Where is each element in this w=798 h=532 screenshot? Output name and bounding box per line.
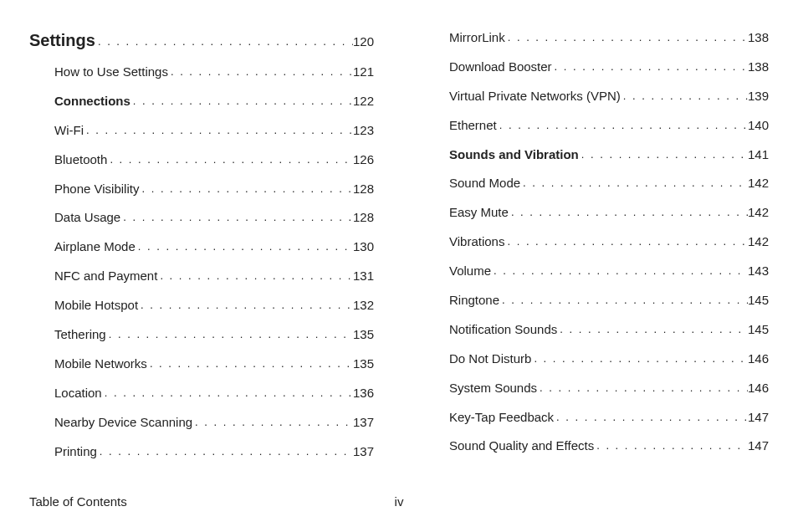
toc-leader-dots: [594, 437, 748, 453]
toc-leader-dots: [192, 413, 353, 430]
toc-page-number: 123: [353, 122, 374, 139]
footer-page-number: iv: [395, 494, 404, 509]
toc-title: Sound Mode: [449, 175, 520, 192]
toc-title: Connections: [54, 93, 130, 110]
toc-page-number: 142: [748, 233, 769, 250]
toc-leader-dots: [139, 180, 353, 197]
toc-entry[interactable]: Sounds and Vibration141: [424, 146, 769, 163]
toc-entry[interactable]: Do Not Disturb146: [424, 350, 769, 367]
toc-title: Key-Tap Feedback: [449, 409, 554, 426]
toc-entry[interactable]: Mobile Hotspot132: [29, 297, 374, 314]
toc-page-number: 142: [748, 204, 769, 221]
toc-page-number: 128: [353, 209, 374, 226]
toc-page-number: 120: [353, 33, 374, 50]
toc-entry[interactable]: Ethernet140: [424, 117, 769, 134]
toc-page-number: 147: [748, 437, 769, 454]
page-footer: Table of Contents iv: [29, 494, 769, 509]
toc-entry[interactable]: Nearby Device Scanning137: [29, 414, 374, 431]
toc-entry[interactable]: Tethering135: [29, 326, 374, 343]
toc-entry[interactable]: Download Booster138: [424, 59, 769, 75]
toc-page-number: 128: [353, 181, 374, 197]
toc-entry[interactable]: NFC and Payment131: [29, 268, 374, 284]
toc-entry[interactable]: Mobile Networks135: [29, 356, 374, 372]
toc-entry[interactable]: Settings120: [29, 29, 374, 51]
toc-title: Location: [54, 385, 102, 402]
toc-entry[interactable]: Ringtone145: [424, 292, 769, 309]
toc-page-number: 130: [353, 238, 374, 255]
toc-leader-dots: [552, 58, 748, 74]
toc-leader-dots: [102, 384, 353, 401]
toc-page-number: 145: [748, 321, 769, 338]
toc-entry[interactable]: Airplane Mode130: [29, 238, 374, 255]
toc-page-number: 121: [353, 64, 374, 80]
toc-leader-dots: [621, 87, 748, 104]
toc-entry[interactable]: Virtual Private Networks (VPN)139: [424, 88, 769, 105]
toc-title: Sound Quality and Effects: [449, 437, 594, 454]
toc-entry[interactable]: System Sounds146: [424, 380, 769, 396]
toc-title: Wi-Fi: [54, 122, 84, 139]
toc-leader-dots: [130, 92, 353, 109]
toc-column-left: Settings120How to Use Settings121Connect…: [29, 29, 374, 472]
toc-page-number: 136: [353, 385, 374, 402]
toc-entry[interactable]: Location136: [29, 385, 374, 402]
toc-leader-dots: [147, 355, 353, 371]
toc-entry[interactable]: Sound Quality and Effects147: [424, 437, 769, 454]
toc-entry[interactable]: Wi-Fi123: [29, 122, 374, 139]
footer-label: Table of Contents: [29, 494, 127, 509]
toc-title: NFC and Payment: [54, 268, 157, 284]
toc-leader-dots: [84, 121, 353, 138]
toc-title: Volume: [449, 263, 491, 279]
toc-title: Mobile Hotspot: [54, 297, 138, 314]
toc-page-number: 143: [748, 263, 769, 279]
toc-entry[interactable]: Connections122: [29, 93, 374, 110]
toc-title: Printing: [54, 443, 97, 460]
toc-title: Easy Mute: [449, 204, 509, 221]
toc-leader-dots: [509, 203, 748, 220]
toc-leader-dots: [520, 174, 748, 191]
toc-page-number: 122: [353, 93, 374, 110]
toc-content: Settings120How to Use Settings121Connect…: [0, 0, 798, 472]
toc-leader-dots: [168, 63, 353, 79]
toc-leader-dots: [505, 28, 748, 45]
toc-title: How to Use Settings: [54, 64, 168, 80]
toc-entry[interactable]: Notification Sounds145: [424, 321, 769, 338]
toc-leader-dots: [497, 116, 748, 133]
toc-title: Do Not Disturb: [449, 350, 531, 367]
toc-entry[interactable]: How to Use Settings121: [29, 64, 374, 80]
toc-entry[interactable]: Phone Visibility128: [29, 181, 374, 197]
toc-leader-dots: [537, 379, 748, 396]
toc-page-number: 142: [748, 175, 769, 192]
toc-leader-dots: [95, 33, 353, 49]
toc-leader-dots: [120, 208, 353, 225]
toc-title: Settings: [29, 29, 95, 51]
toc-entry[interactable]: Vibrations142: [424, 233, 769, 250]
toc-page-number: 135: [353, 356, 374, 372]
toc-entry[interactable]: Key-Tap Feedback147: [424, 409, 769, 426]
toc-page-number: 137: [353, 414, 374, 431]
toc-entry[interactable]: Easy Mute142: [424, 204, 769, 221]
toc-page-number: 131: [353, 268, 374, 284]
toc-entry[interactable]: MirrorLink138: [424, 29, 769, 46]
toc-entry[interactable]: Bluetooth126: [29, 151, 374, 168]
toc-entry[interactable]: Data Usage128: [29, 209, 374, 226]
toc-leader-dots: [97, 442, 353, 459]
toc-entry[interactable]: Sound Mode142: [424, 175, 769, 192]
toc-title: Sounds and Vibration: [449, 146, 579, 163]
toc-page-number: 140: [748, 117, 769, 134]
toc-title: Tethering: [54, 326, 106, 343]
toc-title: Notification Sounds: [449, 321, 557, 338]
toc-leader-dots: [554, 408, 748, 425]
toc-page-number: 138: [748, 29, 769, 46]
toc-entry[interactable]: Volume143: [424, 263, 769, 279]
toc-entry[interactable]: Printing137: [29, 443, 374, 460]
toc-page-number: 146: [748, 350, 769, 367]
toc-column-right: MirrorLink138Download Booster138Virtual …: [424, 29, 769, 472]
toc-page-number: 126: [353, 151, 374, 168]
toc-leader-dots: [504, 233, 748, 249]
toc-title: Ringtone: [449, 292, 499, 309]
toc-page-number: 137: [353, 443, 374, 460]
toc-title: Airplane Mode: [54, 238, 136, 255]
toc-page-number: 132: [353, 297, 374, 314]
toc-leader-dots: [491, 262, 748, 279]
toc-title: Bluetooth: [54, 151, 107, 168]
